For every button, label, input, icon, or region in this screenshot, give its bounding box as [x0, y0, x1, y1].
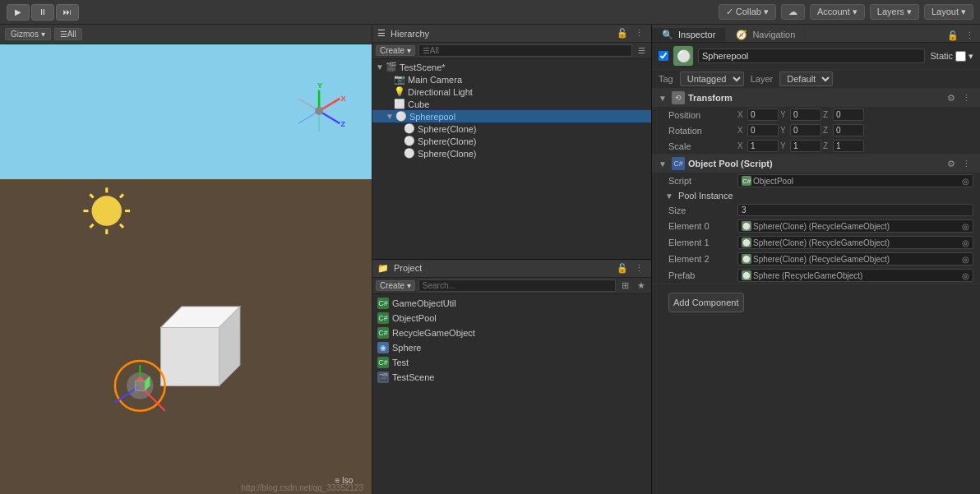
rotation-x-input[interactable]: [747, 124, 779, 136]
watermark: http://blog.csdn.net/qq_33352123: [242, 483, 363, 492]
script-ref-select-button[interactable]: ◎: [962, 177, 969, 186]
layers-button[interactable]: Layers ▾: [870, 4, 919, 20]
hierarchy-item-maincamera[interactable]: ▶ 📷 Main Camera: [372, 73, 651, 85]
account-button[interactable]: Account ▾: [810, 4, 865, 20]
hierarchy-header: ☰ Hierarchy 🔓 ⋮: [372, 25, 651, 43]
element0-icon: ⚪: [742, 221, 751, 231]
navigation-tab[interactable]: 🧭 Navigation: [726, 28, 806, 42]
layer-label: Layer: [751, 74, 774, 84]
pool-settings-button[interactable]: ⚙: [945, 158, 958, 170]
size-label: Size: [668, 205, 734, 215]
project-lock-button[interactable]: 🔓: [614, 262, 631, 275]
position-z-field: Z: [823, 108, 864, 121]
scale-z-input[interactable]: [833, 140, 864, 152]
project-search-input[interactable]: [418, 279, 616, 292]
static-arrow[interactable]: ▾: [968, 51, 973, 62]
hierarchy-search-input[interactable]: [418, 44, 632, 57]
object-pool-header[interactable]: ▼ C# Object Pool (Script) ⚙ ⋮: [652, 155, 980, 173]
scale-x-input[interactable]: [747, 140, 779, 152]
element1-ref-field[interactable]: ⚪ Sphere(Clone) (RecycleGameObject) ◎: [737, 236, 973, 249]
pause-button[interactable]: ⏸: [31, 4, 54, 21]
pool-menu-button[interactable]: ⋮: [959, 158, 973, 170]
collab-button[interactable]: ✓ Collab ▾: [719, 4, 776, 20]
hierarchy-item-testscene[interactable]: ▼ 🎬 TestScene*: [372, 61, 651, 73]
file-item-testscene[interactable]: 🎬 TestScene: [372, 370, 651, 385]
hierarchy-filter-button[interactable]: ☰: [636, 45, 648, 56]
transform-menu-button[interactable]: ⋮: [959, 92, 973, 104]
hierarchy-lock-button[interactable]: 🔓: [614, 27, 631, 39]
hierarchy-item-sphere0[interactable]: ▶ ⚪ Sphere(Clone): [372, 122, 651, 135]
file-item-test[interactable]: C# Test: [372, 355, 651, 370]
z-label: Z: [823, 141, 831, 150]
object-active-checkbox[interactable]: [659, 51, 668, 61]
layout-button[interactable]: Layout ▾: [924, 4, 973, 20]
project-filter1-button[interactable]: ⊞: [619, 279, 631, 292]
script-ref-field[interactable]: C# ObjectPool ◎: [737, 174, 973, 187]
add-component-button[interactable]: Add Component: [668, 293, 744, 312]
element1-row: Element 1 ⚪ Sphere(Clone) (RecycleGameOb…: [652, 234, 980, 251]
element2-ref-field[interactable]: ⚪ Sphere(Clone) (RecycleGameObject) ◎: [737, 252, 973, 265]
transform-settings-button[interactable]: ⚙: [945, 92, 958, 104]
rotation-z-input[interactable]: [833, 124, 864, 136]
scale-y-field: Y: [780, 140, 821, 152]
project-create-button[interactable]: Create ▾: [376, 280, 415, 291]
prefab-row: Prefab ⚪ Sphere (RecycleGameObject) ◎: [652, 267, 980, 284]
inspector-menu-button[interactable]: ⋮: [963, 30, 977, 42]
project-filter2-button[interactable]: ★: [635, 279, 648, 292]
inspector-tab[interactable]: 🔍 Inspector: [652, 28, 726, 42]
position-y-input[interactable]: [790, 108, 821, 121]
sphere-file-icon: ◉: [377, 342, 389, 353]
hierarchy-item-sphere1[interactable]: ▶ ⚪ Sphere(Clone): [372, 135, 651, 147]
file-item-objectpool[interactable]: C# ObjectPool: [372, 311, 651, 325]
prefab-select-button[interactable]: ◎: [962, 271, 969, 280]
pool-instance-header[interactable]: ▼ Pool Instance: [652, 189, 980, 202]
element0-select-button[interactable]: ◎: [962, 222, 969, 231]
rotation-y-input[interactable]: [790, 124, 821, 136]
play-button[interactable]: ▶: [7, 4, 30, 21]
tag-dropdown[interactable]: Untagged: [680, 72, 744, 86]
element2-icon: ⚪: [742, 254, 751, 264]
all-button[interactable]: ☰All: [54, 28, 82, 40]
object-name-input[interactable]: [698, 48, 925, 63]
static-checkbox[interactable]: [955, 51, 966, 62]
cloud-button[interactable]: ☁: [781, 4, 805, 20]
layer-dropdown[interactable]: Default: [779, 72, 833, 86]
inspector-lock-button[interactable]: 🔓: [945, 30, 961, 42]
scene-view[interactable]: X Y Z ≡ Iso http://blog.csdn.net/qq_3335…: [0, 44, 372, 494]
position-x-input[interactable]: [747, 108, 779, 121]
hierarchy-create-button[interactable]: Create ▾: [376, 45, 415, 56]
position-z-input[interactable]: [833, 108, 864, 121]
transform-expand: ▼: [659, 94, 667, 103]
element1-select-button[interactable]: ◎: [962, 238, 969, 247]
transform-header[interactable]: ▼ ⟲ Transform ⚙ ⋮: [652, 89, 980, 107]
file-item-sphere[interactable]: ◉ Sphere: [372, 340, 651, 355]
tag-label: Tag: [659, 74, 673, 84]
scale-y-input[interactable]: [790, 140, 821, 152]
transform-icon: ⟲: [672, 91, 685, 104]
project-menu-button[interactable]: ⋮: [632, 262, 646, 275]
scale-label: Scale: [668, 141, 734, 151]
expand-arrow: ▼: [376, 62, 384, 72]
left-panel: Gizmos ▾ ☰All: [0, 25, 372, 494]
file-item-recyclegameobject[interactable]: C# RecycleGameObject: [372, 325, 651, 340]
step-button[interactable]: ⏭: [56, 4, 79, 21]
hierarchy-item-spherepool[interactable]: ▼ ⚪ Spherepool: [372, 110, 651, 122]
element0-ref-field[interactable]: ⚪ Sphere(Clone) (RecycleGameObject) ◎: [737, 219, 973, 233]
cs-icon: C#: [377, 327, 389, 339]
hierarchy-item-cube[interactable]: ▶ ⬜ Cube: [372, 98, 651, 110]
sphere0-name: Sphere(Clone): [418, 124, 477, 134]
transform-component: ▼ ⟲ Transform ⚙ ⋮ Position X: [652, 89, 980, 155]
element2-select-button[interactable]: ◎: [962, 255, 969, 264]
hierarchy-item-directionallight[interactable]: ▶ 💡 Directional Light: [372, 85, 651, 98]
size-input[interactable]: [737, 204, 973, 216]
x-label: X: [737, 126, 746, 135]
hierarchy-item-sphere2[interactable]: ▶ ⚪ Sphere(Clone): [372, 147, 651, 159]
size-row: Size: [652, 202, 980, 218]
x-label: X: [737, 110, 746, 119]
gizmos-button[interactable]: Gizmos ▾: [5, 28, 51, 40]
z-label: Z: [823, 110, 831, 119]
project-header: 📁 Project 🔓 ⋮: [372, 260, 651, 278]
prefab-ref-field[interactable]: ⚪ Sphere (RecycleGameObject) ◎: [737, 269, 973, 282]
file-item-gameobjectutil[interactable]: C# GameObjectUtil: [372, 296, 651, 311]
hierarchy-menu-button[interactable]: ⋮: [632, 27, 646, 39]
